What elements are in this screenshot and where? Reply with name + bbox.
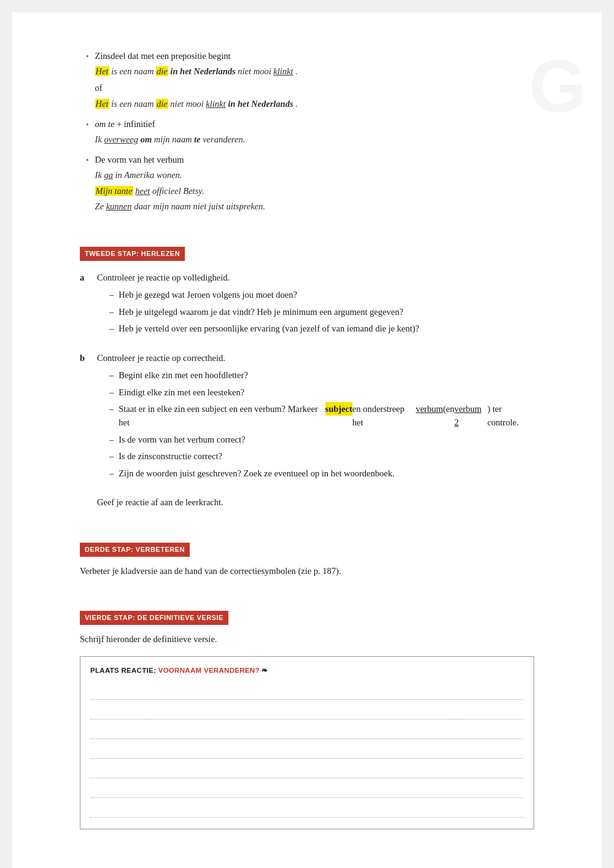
dash-b5: – xyxy=(109,449,114,463)
section-b-body: Controleer je reactie op correctheid. – … xyxy=(97,351,534,484)
subject-highlight: subject xyxy=(325,402,352,416)
dash-a3: – xyxy=(109,322,114,335)
tweede-stap-header: TWEEDE STAP: HERLEZEN xyxy=(80,247,185,261)
bullet-dot-3: • xyxy=(86,154,89,166)
section-a-list: – Heb je gezegd wat Jeroen volgens jou m… xyxy=(97,288,419,335)
writing-box: PLAATS REACTIE: VOORNAAM VERANDEREN? ❧ xyxy=(80,656,534,829)
ex5-mijn-tante: Mijn tante xyxy=(95,186,133,196)
writing-line-3[interactable] xyxy=(90,722,524,739)
om-label-italic: om te xyxy=(95,119,115,129)
in-het-nl1: in het Nederlands xyxy=(170,66,235,76)
ex2-part3: niet mooi xyxy=(170,99,206,109)
section-b-intro: Controleer je reactie op correctheid. xyxy=(97,353,225,363)
klinkt1: klinkt xyxy=(273,66,293,76)
section-a-body: Controleer je reactie op volledigheid. –… xyxy=(97,271,419,339)
writing-line-2[interactable] xyxy=(90,702,524,719)
example-2: Het is een naam die niet mooi klinkt in … xyxy=(95,97,534,110)
dash-b6-text: Zijn de woorden juist geschreven? Zoek z… xyxy=(119,467,394,480)
example-1: Het is een naam die in het Nederlands ni… xyxy=(95,64,534,78)
ex3-ik: Ik xyxy=(95,134,104,144)
die2: die xyxy=(156,99,168,109)
dash-b4: – xyxy=(109,433,114,446)
bullet-zinsdeel-label: Zinsdeel dat met een prepositie begint xyxy=(95,51,231,61)
in-het-nl2: in het Nederlands xyxy=(228,99,293,109)
ex5-rest: officieel Betsy. xyxy=(152,186,204,196)
bullet-verbum-label: De vorm van het verbum xyxy=(95,155,184,165)
dash-item-a3: – Heb je verteld over een persoonlijke e… xyxy=(97,322,419,335)
dash-b2: – xyxy=(109,386,114,399)
vierde-stap-header: VIERDE STAP: DE DEFINITIEVE VERSIE xyxy=(80,611,228,625)
example-3: Ik overweeg om mijn naam te veranderen. xyxy=(95,133,534,146)
dash-a1-text: Heb je gezegd wat Jeroen volgens jou moe… xyxy=(119,288,297,301)
tweede-stap-section: TWEEDE STAP: HERLEZEN a Controleer je re… xyxy=(80,232,534,510)
ex2-part5: . xyxy=(295,99,298,109)
writing-line-6[interactable] xyxy=(90,781,524,798)
writing-box-header-dynamic: VOORNAAM VERANDEREN? xyxy=(158,667,260,674)
ex3-te-bold: te xyxy=(194,134,200,144)
dash-b3-text-close: ) ter controle. xyxy=(488,402,534,430)
ex4-ik: Ik xyxy=(95,170,104,180)
om-label-normal: + infinitief xyxy=(117,119,155,129)
dash-b6: – xyxy=(109,467,114,480)
writing-box-header: PLAATS REACTIE: VOORNAAM VERANDEREN? ❧ xyxy=(90,665,524,676)
ex3-mijn: mijn naam xyxy=(154,134,194,144)
section-a-letter: a xyxy=(80,271,88,284)
bullet-dot-2: • xyxy=(86,118,89,131)
writing-box-header-static: PLAATS REACTIE: xyxy=(90,667,156,674)
bullet-om-te-content: om te + infinitief Ik overweeg om mijn n… xyxy=(95,117,534,147)
section-b: b Controleer je reactie op correctheid. … xyxy=(80,351,534,484)
writing-line-5[interactable] xyxy=(90,761,524,778)
watermark: G xyxy=(529,49,583,123)
ex4-ga: ga xyxy=(104,170,113,180)
dash-b1: – xyxy=(109,368,114,382)
section-a: a Controleer je reactie op volledigheid.… xyxy=(80,271,534,339)
section-b-label-row: b Controleer je reactie op correctheid. … xyxy=(80,351,534,484)
writing-line-4[interactable] xyxy=(90,742,524,759)
dash-b1-text: Begint elke zin met een hoofdletter? xyxy=(119,368,248,382)
dash-item-a1: – Heb je gezegd wat Jeroen volgens jou m… xyxy=(97,288,419,301)
example-6: Ze kunnen daar mijn naam niet juist uits… xyxy=(95,200,534,213)
verbum2-underline: verbum 2 xyxy=(454,402,488,430)
bullet-zinsdeel: • Zinsdeel dat met een prepositie begint… xyxy=(80,49,534,111)
dash-item-b2: – Eindigt elke zin met een leesteken? xyxy=(97,386,534,399)
ex6-rest: daar mijn naam niet juist uitspreken. xyxy=(134,201,265,211)
writing-box-icon: ❧ xyxy=(262,667,268,674)
dash-b3-text-mid: en onderstreep het xyxy=(352,402,416,430)
ex3-overweeg: overweeg xyxy=(104,134,138,144)
dash-a2: – xyxy=(109,305,114,319)
derde-stap-section: DERDE STAP: VERBETEREN Verbeter je kladv… xyxy=(80,528,534,578)
bullet-zinsdeel-content: Zinsdeel dat met een prepositie begint H… xyxy=(95,49,534,111)
dash-a2-text: Heb je uitgelegd waarom je dat vindt? He… xyxy=(119,305,403,319)
ex1-part5: . xyxy=(295,66,298,76)
ex6-ze: Ze xyxy=(95,201,106,211)
dash-b3: – xyxy=(109,402,114,416)
dash-item-a2: – Heb je uitgelegd waarom je dat vindt? … xyxy=(97,305,419,319)
bullet-verbum: • De vorm van het verbum Ik ga in Amerik… xyxy=(80,153,534,214)
ex4-rest: in Amerika wonen. xyxy=(115,170,182,180)
writing-line-1[interactable] xyxy=(90,683,524,700)
of-connector: of xyxy=(95,81,534,95)
section-a-label-row: a Controleer je reactie op volledigheid.… xyxy=(80,271,534,339)
example-4: Ik ga in Amerika wonen. xyxy=(95,168,534,182)
section-b-list: – Begint elke zin met een hoofdletter? –… xyxy=(97,368,534,480)
derde-stap-header: DERDE STAP: VERBETEREN xyxy=(80,543,190,557)
dash-item-b3: – Staat er in elke zin een subject en ee… xyxy=(97,402,534,430)
dash-b3-text-end: (en xyxy=(443,402,454,416)
bullet-verbum-content: De vorm van het verbum Ik ga in Amerika … xyxy=(95,153,534,214)
bullet-list: • Zinsdeel dat met een prepositie begint… xyxy=(80,49,534,214)
dash-item-b5: – Is de zinsconstructie correct? xyxy=(97,449,534,463)
het2: Het xyxy=(95,99,109,109)
section-b-letter: b xyxy=(80,351,88,365)
die1: die xyxy=(156,66,168,76)
klinkt2: klinkt xyxy=(206,99,225,109)
derde-stap-text: Verbeter je kladversie aan de hand van d… xyxy=(80,564,534,578)
example-5: Mijn tante heet officieel Betsy. xyxy=(95,184,534,198)
writing-line-7[interactable] xyxy=(90,800,524,818)
ex2-part2: is een naam xyxy=(111,99,156,109)
dash-b2-text: Eindigt elke zin met een leesteken? xyxy=(119,386,244,399)
page: G • Zinsdeel dat met een prepositie begi… xyxy=(12,12,602,868)
bullet-dot: • xyxy=(86,50,89,63)
ex3-veranderen: veranderen. xyxy=(203,134,245,144)
ex1-part4: niet mooi xyxy=(238,66,273,76)
dash-item-b6: – Zijn de woorden juist geschreven? Zoek… xyxy=(97,467,534,480)
